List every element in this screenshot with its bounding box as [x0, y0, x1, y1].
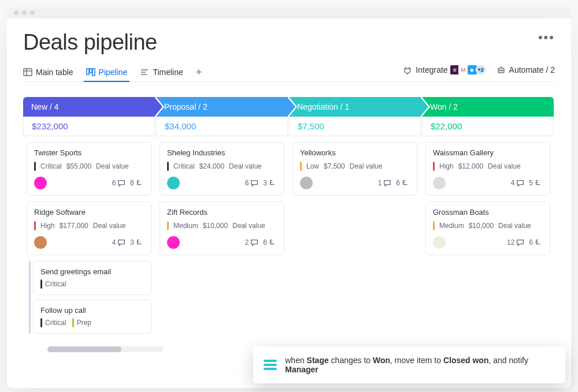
page-title: Deals pipeline [23, 30, 157, 55]
subitems-count[interactable]: 5 [529, 179, 543, 187]
priority-indicator [300, 162, 302, 171]
app-window: Deals pipeline ••• Main table Pipeline [7, 18, 571, 388]
card-meta: Critical$55,000Deal value [34, 162, 144, 171]
column-cards: Twister SportsCritical$55,000Deal value6… [23, 136, 155, 339]
deal-value-label: Deal value [350, 162, 383, 170]
comments-count[interactable]: 4 [511, 179, 525, 187]
subitem-tag: Prep [72, 318, 91, 327]
avatar[interactable] [300, 177, 313, 189]
avatar[interactable] [167, 236, 180, 249]
plug-icon [403, 65, 412, 74]
automate-button[interactable]: Automate / 2 [497, 65, 555, 74]
priority-indicator [40, 318, 42, 327]
subitems-count[interactable]: 6 [130, 179, 144, 187]
subitems-count[interactable]: 3 [130, 238, 144, 247]
add-view-button[interactable]: + [196, 66, 202, 79]
timeline-icon [140, 68, 149, 77]
pipeline-column-won: Won / 2$22,000Waissman GalleryHigh$12,00… [422, 97, 554, 339]
pipeline-column-proposal: Proposal / 2$34,000Sheleg IndustriesCrit… [156, 97, 288, 339]
priority-indicator [40, 279, 42, 289]
tab-main-table[interactable]: Main table [23, 63, 73, 81]
priority-indicator [72, 318, 74, 327]
subitems-count[interactable]: 6 [529, 238, 543, 247]
card-stats: 6 6 [112, 179, 144, 187]
card-title: Sheleg Industries [167, 148, 277, 157]
svg-point-11 [502, 70, 503, 71]
subitem-list: Send greetings emailCriticalFollow up ca… [29, 261, 151, 334]
column-total: $7,500 [289, 117, 421, 136]
subitem-tag: Critical [40, 318, 66, 327]
column-cards: Waissman GalleryHigh$12,000Deal value4 5… [422, 136, 554, 261]
avatar[interactable] [433, 177, 446, 189]
priority-label: High [40, 222, 55, 230]
deal-value: $12,000 [458, 162, 483, 170]
comments-count[interactable]: 6 [112, 179, 126, 187]
priority-label: Critical [173, 162, 195, 170]
comments-count[interactable]: 1 [378, 179, 392, 187]
column-header[interactable]: Proposal / 2 [156, 97, 288, 117]
column-total: $232,000 [23, 117, 155, 136]
deal-value: $177,000 [60, 222, 88, 230]
card-title: Zift Records [167, 208, 277, 216]
column-header[interactable]: Won / 2 [422, 97, 554, 117]
deal-value: $24,000 [199, 162, 224, 170]
priority-label: Critical [40, 162, 62, 170]
integrate-label: Integrate [416, 65, 447, 74]
priority-indicator [433, 162, 435, 171]
avatar[interactable] [167, 177, 180, 189]
card-meta: Medium$10,000Deal value [167, 221, 277, 230]
deal-card[interactable]: Waissman GalleryHigh$12,000Deal value4 5 [425, 142, 550, 196]
pipeline-column-negotiation: Negotiation / 1$7,500YelloworksLow$7,500… [289, 97, 421, 339]
deal-card[interactable]: Grossman BoatsMedium$10,000Deal value12 … [425, 201, 550, 255]
comments-count[interactable]: 12 [507, 238, 524, 247]
card-stats: 12 6 [507, 238, 543, 247]
priority-indicator [34, 162, 36, 171]
deal-value-label: Deal value [96, 162, 129, 170]
subitems-count[interactable]: 6 [396, 179, 410, 187]
avatar[interactable] [433, 236, 446, 249]
horizontal-scrollbar[interactable] [47, 346, 163, 352]
deal-card[interactable]: Ridge SoftwareHigh$177,000Deal value4 3 [27, 201, 151, 255]
deal-value: $55,000 [66, 162, 91, 170]
card-title: Twister Sports [34, 148, 144, 157]
column-header[interactable]: Negotiation / 1 [289, 97, 421, 117]
tab-timeline[interactable]: Timeline [140, 63, 183, 81]
card-stats: 2 6 [245, 238, 277, 247]
priority-indicator [167, 162, 169, 171]
tab-pipeline[interactable]: Pipeline [86, 63, 128, 81]
deal-card[interactable]: Twister SportsCritical$55,000Deal value6… [27, 142, 151, 196]
comments-count[interactable]: 2 [245, 238, 259, 247]
card-stats: 4 3 [112, 238, 144, 247]
automation-text: when Stage changes to Won, move item to … [285, 356, 555, 374]
avatar[interactable] [34, 236, 47, 249]
integration-more-badge: +2 [476, 65, 486, 75]
comments-count[interactable]: 4 [112, 238, 126, 247]
card-title: Waissman Gallery [433, 148, 543, 157]
subitems-count[interactable]: 6 [263, 238, 277, 247]
more-menu-button[interactable]: ••• [538, 30, 555, 45]
subitem-card[interactable]: Send greetings emailCritical [33, 261, 151, 295]
deal-card[interactable]: Sheleg IndustriesCritical$24,000Deal val… [160, 142, 284, 196]
automation-recipe-toast[interactable]: when Stage changes to Won, move item to … [253, 346, 565, 383]
robot-icon [497, 65, 506, 74]
subitems-count[interactable]: 3 [263, 179, 277, 187]
priority-label: Low [306, 162, 319, 170]
subitem-card[interactable]: Follow up callCriticalPrep [33, 300, 151, 334]
deal-value-label: Deal value [93, 222, 126, 230]
comments-count[interactable]: 6 [245, 179, 259, 187]
integrate-button[interactable]: Integrate ※ M ◆ +2 [403, 65, 486, 75]
deal-card[interactable]: YelloworksLow$7,500Deal value1 6 [292, 142, 417, 196]
integration-icons: ※ M ◆ +2 [451, 65, 486, 75]
card-stats: 6 3 [245, 179, 277, 187]
column-total: $22,000 [422, 117, 554, 136]
avatar[interactable] [34, 177, 47, 189]
automation-icon [264, 360, 277, 370]
column-header[interactable]: New / 4 [23, 97, 155, 117]
priority-indicator [167, 221, 169, 230]
priority-label: Medium [439, 222, 464, 230]
scrollbar-thumb[interactable] [47, 346, 121, 352]
svg-rect-4 [90, 69, 92, 73]
deal-card[interactable]: Zift RecordsMedium$10,000Deal value2 6 [160, 201, 284, 255]
deal-value-label: Deal value [498, 222, 531, 230]
deal-value-label: Deal value [232, 222, 265, 230]
